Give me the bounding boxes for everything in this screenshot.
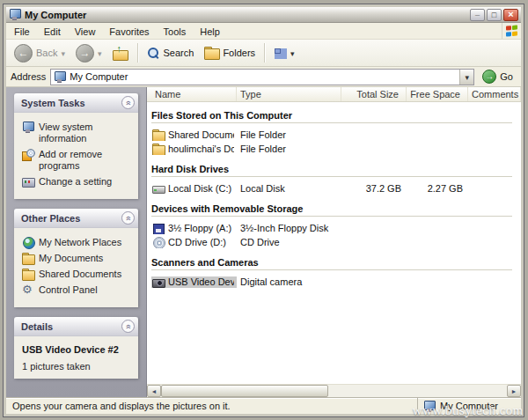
- back-button[interactable]: Back: [10, 41, 70, 64]
- sidebar-item-change-a-setting[interactable]: Change a setting: [22, 176, 134, 188]
- scroll-left-button[interactable]: [147, 385, 161, 397]
- column-header-type[interactable]: Type: [237, 87, 341, 101]
- cd-icon: [152, 237, 165, 248]
- panel-title: Details: [21, 321, 121, 332]
- close-button[interactable]: [503, 9, 518, 21]
- sidebar-item-add-or-remove-programs[interactable]: Add or remove programs: [22, 149, 134, 172]
- sidebar-item-view-system-information[interactable]: View system information: [22, 122, 134, 144]
- maximize-button[interactable]: [487, 9, 502, 21]
- menu-item-file[interactable]: File: [7, 24, 37, 39]
- column-header-row: NameTypeTotal SizeFree SpaceComments: [147, 87, 521, 102]
- collapse-chevron-icon[interactable]: [121, 320, 135, 333]
- floppy-icon: [152, 223, 165, 234]
- scrollbar-track[interactable]: [161, 385, 507, 397]
- search-icon: [147, 47, 160, 60]
- file-row-houlimchai-s-docu[interactable]: houlimchai's Docu...File Folder: [151, 142, 521, 156]
- toolbar-separator: [137, 43, 138, 63]
- file-row-usb-video-device[interactable]: USB Video Device...Digital camera: [151, 275, 521, 289]
- sidebar-item-my-network-places[interactable]: My Network Places: [22, 237, 134, 248]
- scrollbar-thumb[interactable]: [161, 385, 328, 397]
- group-divider: [151, 176, 512, 177]
- group-divider: [151, 269, 512, 270]
- panel-body: My Network PlacesMy DocumentsShared Docu…: [14, 227, 138, 307]
- toolbar-separator: [264, 43, 265, 63]
- panel-header-system-tasks[interactable]: System Tasks: [14, 93, 138, 112]
- column-header-free-space[interactable]: Free Space: [407, 87, 468, 101]
- views-icon: [274, 47, 287, 59]
- programs-icon: [22, 149, 34, 160]
- go-arrow-icon: [482, 70, 496, 84]
- scroll-right-button[interactable]: [507, 385, 521, 397]
- menu-item-help[interactable]: Help: [193, 24, 227, 39]
- sidebar-item-label: View system information: [39, 122, 134, 144]
- file-row-local-disk-c[interactable]: Local Disk (C:)Local Disk37.2 GB2.27 GB: [151, 181, 521, 195]
- group-header-hard-disk-drives: Hard Disk Drives: [151, 164, 521, 174]
- menu-bar: FileEditViewFavoritesToolsHelp: [6, 23, 521, 40]
- address-bar: Address My Computer Go: [6, 67, 521, 87]
- group-divider: [151, 216, 512, 217]
- gear-icon: [22, 284, 34, 296]
- content-area: NameTypeTotal SizeFree SpaceComments Fil…: [147, 87, 521, 397]
- address-label: Address: [11, 71, 46, 82]
- group-divider: [151, 122, 512, 123]
- address-dropdown-button[interactable]: [459, 70, 473, 85]
- title-bar[interactable]: My Computer: [6, 7, 521, 23]
- status-location-label: My Computer: [440, 401, 498, 411]
- file-name: CD Drive (D:): [168, 237, 226, 247]
- folder-icon: [152, 129, 165, 141]
- sidebar-item-label: Control Panel: [39, 284, 98, 296]
- details-device-info: 1 pictures taken: [22, 361, 134, 372]
- up-button[interactable]: [108, 41, 133, 64]
- panel-body: View system informationAdd or remove pro…: [14, 112, 138, 199]
- panel-other-places: Other PlacesMy Network PlacesMy Document…: [14, 209, 138, 307]
- views-button[interactable]: [269, 41, 299, 64]
- search-label: Search: [164, 48, 194, 58]
- forward-button[interactable]: [71, 41, 106, 64]
- sidebar-item-control-panel[interactable]: Control Panel: [22, 284, 134, 296]
- sidebar-item-label: Change a setting: [39, 176, 112, 188]
- file-row-shared-documents[interactable]: Shared DocumentsFile Folder: [151, 128, 521, 142]
- back-dropdown-icon[interactable]: [61, 48, 65, 58]
- group-header-scanners-and-cameras: Scanners and Cameras: [151, 257, 521, 268]
- menu-item-edit[interactable]: Edit: [37, 24, 68, 39]
- control-icon: [22, 176, 34, 188]
- minimize-button[interactable]: [470, 9, 485, 21]
- panel-header-other-places[interactable]: Other Places: [14, 209, 138, 227]
- column-header-name[interactable]: Name: [151, 87, 237, 101]
- address-value: My Computer: [70, 71, 456, 82]
- file-type: File Folder: [237, 129, 341, 140]
- go-label: Go: [500, 71, 513, 82]
- back-label: Back: [36, 48, 57, 58]
- column-header-total-size[interactable]: Total Size: [341, 87, 407, 101]
- collapse-chevron-icon[interactable]: [121, 96, 135, 109]
- menu-item-favorites[interactable]: Favorites: [102, 24, 156, 39]
- forward-dropdown-icon[interactable]: [98, 48, 102, 58]
- sidebar: System TasksView system informationAdd o…: [6, 87, 147, 397]
- file-row-cd-drive-d[interactable]: CD Drive (D:)CD Drive: [151, 235, 521, 249]
- globe-icon: [22, 237, 34, 248]
- menu-bar-items: FileEditViewFavoritesToolsHelp: [7, 24, 502, 39]
- menu-item-view[interactable]: View: [68, 24, 103, 39]
- camera-icon: [152, 276, 165, 288]
- folders-button[interactable]: Folders: [200, 41, 260, 64]
- horizontal-scrollbar[interactable]: [147, 384, 521, 397]
- file-row-3-floppy-a[interactable]: 3½ Floppy (A:)3½-Inch Floppy Disk: [151, 221, 521, 235]
- address-combobox[interactable]: My Computer: [50, 69, 474, 85]
- panel-header-details[interactable]: Details: [14, 317, 138, 335]
- sidebar-item-label: My Network Places: [39, 237, 121, 248]
- status-bar: Opens your camera and displays the pictu…: [6, 397, 521, 414]
- window-controls: [470, 9, 518, 21]
- sidebar-item-shared-documents[interactable]: Shared Documents: [22, 269, 134, 280]
- file-type: Local Disk: [237, 183, 341, 194]
- status-text: Opens your camera and displays the pictu…: [12, 401, 412, 411]
- file-name: Shared Documents: [168, 129, 234, 140]
- search-button[interactable]: Search: [143, 41, 199, 64]
- go-button[interactable]: Go: [479, 70, 517, 84]
- toolbar: Back Search Folders: [6, 40, 521, 67]
- menu-item-tools[interactable]: Tools: [157, 24, 194, 39]
- sidebar-item-my-documents[interactable]: My Documents: [22, 253, 134, 264]
- collapse-chevron-icon[interactable]: [121, 211, 135, 225]
- group-title: Devices with Removable Storage: [151, 203, 303, 214]
- chevron-down-icon: [466, 71, 470, 82]
- column-header-comments[interactable]: Comments: [468, 87, 521, 101]
